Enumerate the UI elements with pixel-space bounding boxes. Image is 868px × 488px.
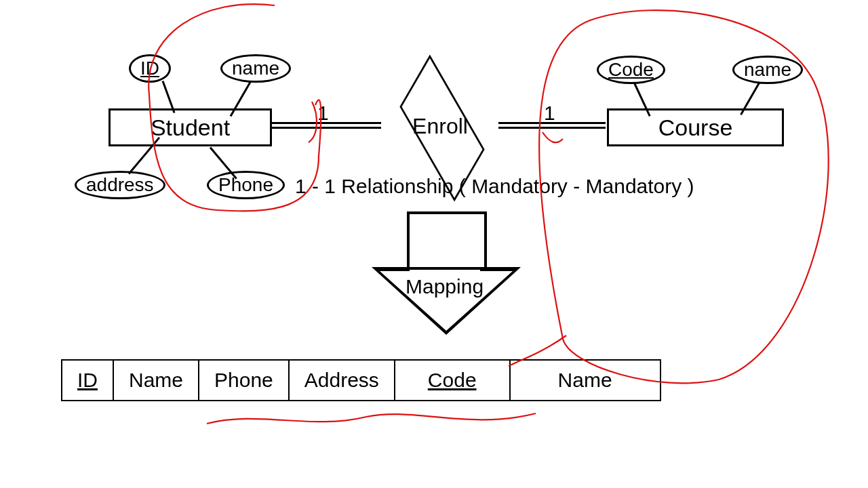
- diagram-canvas: Student Course ID name address Phone Cod…: [0, 0, 868, 488]
- annotation-circle-student: [149, 4, 321, 211]
- mapping-arrow-mask: [410, 270, 480, 275]
- annotation-ink-layer: [0, 0, 868, 488]
- annotation-hook-left: [309, 102, 317, 142]
- mapping-arrow-label: Mapping: [406, 275, 484, 298]
- annotation-pointer-code: [509, 336, 566, 366]
- annotation-squiggle: [207, 413, 536, 424]
- annotation-circle-course: [539, 10, 829, 383]
- annotation-hook-right: [542, 132, 563, 142]
